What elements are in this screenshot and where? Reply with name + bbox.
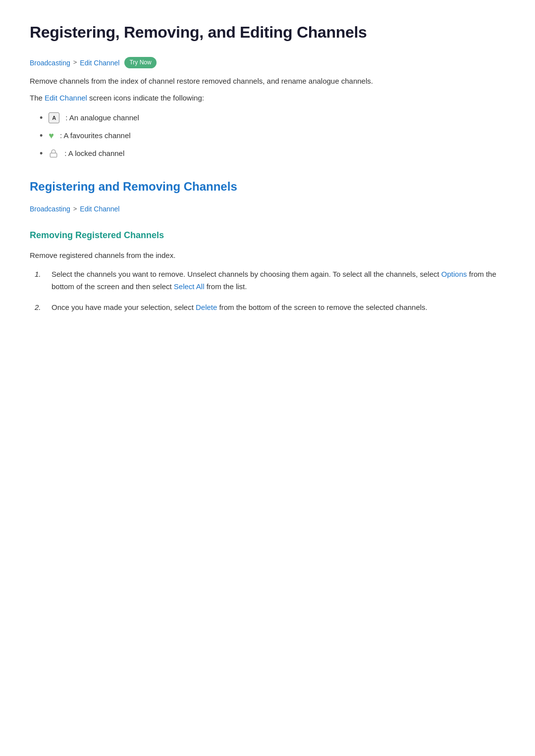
- intro-paragraph-2: The Edit Channel screen icons indicate t…: [30, 92, 505, 104]
- step-2-number: 2.: [35, 302, 45, 314]
- locked-label: : A locked channel: [64, 148, 124, 159]
- bullet-dot-3: •: [40, 149, 43, 158]
- icon-description-list: • A : An analogue channel • ♥ : A favour…: [40, 112, 505, 159]
- breadcrumb-separator: >: [73, 57, 77, 68]
- breadcrumb-section1-link2[interactable]: Edit Channel: [80, 203, 119, 214]
- list-item-locked: • : A locked channel: [40, 148, 505, 159]
- breadcrumb-section1-link1[interactable]: Broadcasting: [30, 203, 70, 214]
- analogue-label: : An analogue channel: [65, 112, 139, 124]
- list-item-favourites: • ♥ : A favourites channel: [40, 130, 505, 142]
- page-title: Registering, Removing, and Editing Chann…: [30, 20, 505, 45]
- intro-text2-prefix: The: [30, 94, 45, 102]
- step1-text-prefix: Select the channels you want to remove. …: [52, 270, 441, 278]
- breadcrumb-section1-separator: >: [73, 204, 77, 214]
- breadcrumb-intro: Broadcasting > Edit Channel Try Now: [30, 57, 505, 68]
- step-2: 2. Once you have made your selection, se…: [35, 302, 505, 314]
- section1-title: Registering and Removing Channels: [30, 177, 505, 196]
- subsection1-title: Removing Registered Channels: [30, 228, 505, 243]
- heart-icon: ♥: [49, 131, 54, 140]
- select-all-link[interactable]: Select All: [174, 282, 205, 291]
- subsection1-intro: Remove registered channels from the inde…: [30, 250, 505, 261]
- step2-text-suffix: from the bottom of the screen to remove …: [217, 303, 427, 311]
- step1-text-suffix: from the list.: [205, 282, 247, 291]
- favourites-label: : A favourites channel: [60, 130, 131, 142]
- breadcrumb-link-edit-channel[interactable]: Edit Channel: [80, 57, 119, 68]
- edit-channel-link-intro[interactable]: Edit Channel: [45, 94, 87, 102]
- step-1: 1. Select the channels you want to remov…: [35, 268, 505, 293]
- step-1-content: Select the channels you want to remove. …: [52, 268, 505, 293]
- svg-rect-0: [51, 153, 57, 157]
- intro-text2-suffix: screen icons indicate the following:: [87, 94, 204, 102]
- list-item-analogue: • A : An analogue channel: [40, 112, 505, 124]
- analogue-icon: A: [49, 112, 59, 123]
- try-now-badge[interactable]: Try Now: [124, 57, 156, 68]
- breadcrumb-link-broadcasting[interactable]: Broadcasting: [30, 57, 70, 68]
- step2-text-prefix: Once you have made your selection, selec…: [52, 303, 196, 311]
- options-link[interactable]: Options: [441, 270, 467, 278]
- bullet-dot-2: •: [40, 131, 43, 140]
- step-1-number: 1.: [35, 268, 45, 293]
- steps-list: 1. Select the channels you want to remov…: [35, 268, 505, 314]
- breadcrumb-section1: Broadcasting > Edit Channel: [30, 203, 505, 214]
- lock-icon: [49, 149, 58, 158]
- bullet-dot-1: •: [40, 113, 43, 122]
- step-2-content: Once you have made your selection, selec…: [52, 302, 505, 314]
- delete-link[interactable]: Delete: [196, 303, 217, 311]
- intro-paragraph-1: Remove channels from the index of channe…: [30, 75, 505, 87]
